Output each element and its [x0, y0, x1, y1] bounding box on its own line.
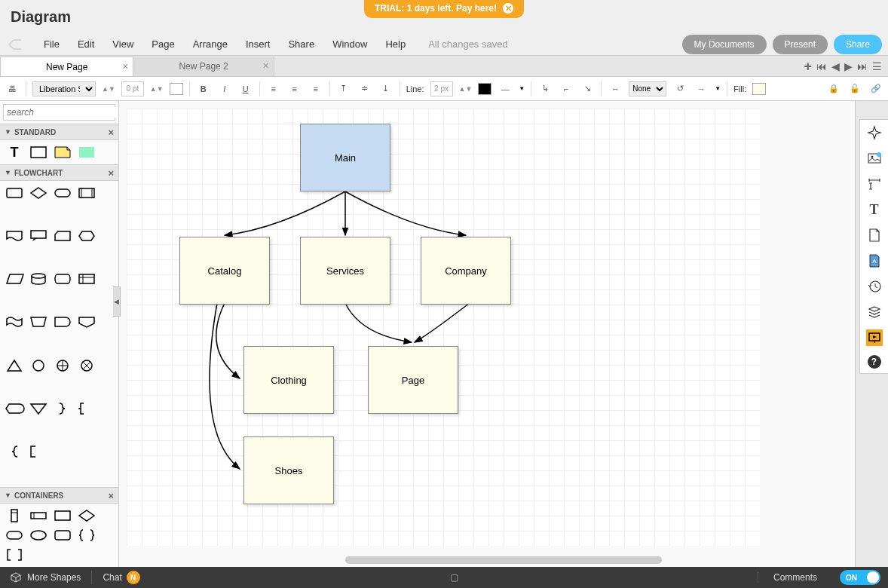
text-tool-icon[interactable]: T: [866, 201, 883, 218]
shape-search[interactable]: × 🔍: [3, 104, 115, 121]
menu-view[interactable]: View: [103, 35, 142, 53]
shape-database[interactable]: [29, 271, 48, 286]
navigator-icon[interactable]: [866, 124, 883, 141]
panel-close-icon[interactable]: ×: [108, 167, 114, 179]
shape-note[interactable]: [53, 145, 72, 160]
shape-brace-right[interactable]: [53, 401, 72, 416]
trial-close-icon[interactable]: ✕: [503, 3, 513, 14]
menu-share[interactable]: Share: [279, 35, 323, 53]
line-color-swatch[interactable]: [478, 83, 491, 95]
lock-icon[interactable]: 🔒: [826, 81, 841, 96]
shape-decision[interactable]: [29, 185, 48, 201]
align-center-icon[interactable]: ≡: [287, 81, 302, 96]
shape-callout[interactable]: [29, 228, 48, 243]
menu-help[interactable]: Help: [376, 35, 415, 53]
font-stepper-icon[interactable]: ▲▼: [102, 85, 115, 93]
shape-annotation[interactable]: [77, 401, 96, 416]
page-icon[interactable]: [866, 227, 883, 243]
shape-card[interactable]: [53, 228, 72, 243]
valign-middle-icon[interactable]: ≑: [357, 81, 372, 96]
node-main[interactable]: Main: [300, 124, 390, 191]
bold-icon[interactable]: B: [196, 81, 211, 96]
history-icon[interactable]: [866, 278, 883, 295]
arrow-dropdown-icon[interactable]: ▼: [715, 85, 721, 92]
sidebar-collapse-handle[interactable]: ◀: [113, 286, 121, 317]
connector-straight-icon[interactable]: ↘: [580, 81, 595, 96]
tab-close-icon[interactable]: ×: [263, 60, 269, 72]
panel-close-icon[interactable]: ×: [108, 490, 114, 501]
shape-rounded[interactable]: [53, 528, 72, 543]
canvas[interactable]: Main Catalog Services Company Clothing P…: [119, 101, 855, 567]
arrow-style-select[interactable]: None: [629, 81, 666, 96]
text-color-swatch[interactable]: [170, 83, 183, 95]
tab-last-icon[interactable]: ⏭: [857, 60, 868, 72]
panel-standard-header[interactable]: ▼ STANDARD ×: [0, 124, 118, 140]
align-left-icon[interactable]: ≡: [266, 81, 281, 96]
tab-page-1[interactable]: New Page ×: [0, 57, 133, 76]
tab-close-icon[interactable]: ×: [122, 60, 128, 72]
menu-page[interactable]: Page: [142, 35, 183, 53]
link-icon[interactable]: 🔗: [868, 81, 883, 96]
presentation-icon[interactable]: [866, 329, 883, 346]
font-size-stepper-icon[interactable]: ▲▼: [150, 85, 164, 93]
shape-document[interactable]: [5, 228, 24, 243]
shape-display[interactable]: [5, 401, 24, 416]
arrow-end-icon[interactable]: →: [694, 81, 709, 96]
valign-top-icon[interactable]: ⤒: [336, 81, 351, 96]
my-documents-button[interactable]: My Documents: [682, 35, 767, 54]
node-page[interactable]: Page: [368, 346, 458, 414]
font-size-input[interactable]: [121, 81, 144, 96]
menu-edit[interactable]: Edit: [69, 35, 103, 53]
shape-swimlane-h[interactable]: [29, 508, 48, 523]
menu-insert[interactable]: Insert: [237, 35, 280, 53]
line-style-icon[interactable]: —: [498, 81, 513, 96]
tab-page-2[interactable]: New Page 2 ×: [133, 57, 274, 76]
layers-icon[interactable]: [866, 304, 883, 320]
fill-color-swatch[interactable]: [752, 83, 766, 95]
master-page-icon[interactable]: A: [866, 253, 883, 269]
shape-fill-rect[interactable]: [77, 145, 96, 160]
underline-icon[interactable]: U: [238, 81, 253, 96]
trial-banner[interactable]: TRIAL: 1 days left. Pay here! ✕: [364, 0, 524, 18]
chat-section[interactable]: Chat N: [91, 571, 150, 584]
menu-window[interactable]: Window: [323, 35, 376, 53]
shape-rect[interactable]: [29, 145, 48, 160]
shape-text[interactable]: T: [5, 145, 24, 160]
shape-merge[interactable]: [29, 401, 48, 416]
shape-brackets[interactable]: [5, 547, 24, 562]
node-shoes[interactable]: Shoes: [243, 436, 334, 504]
font-family-select[interactable]: Liberation S...: [32, 81, 96, 96]
shape-delay[interactable]: [53, 314, 72, 329]
line-style-dropdown-icon[interactable]: ▼: [519, 85, 525, 92]
panel-close-icon[interactable]: ×: [108, 127, 114, 138]
menu-arrange[interactable]: Arrange: [184, 35, 237, 53]
tab-menu-icon[interactable]: ☰: [872, 60, 882, 72]
help-icon[interactable]: ?: [868, 355, 881, 369]
add-tab-icon[interactable]: +: [804, 59, 812, 75]
share-button[interactable]: Share: [834, 35, 882, 54]
panel-containers-header[interactable]: ▼ CONTAINERS ×: [0, 487, 118, 504]
shape-brace-left[interactable]: [5, 444, 24, 459]
present-button[interactable]: Present: [773, 35, 828, 54]
shape-hexagon[interactable]: [77, 228, 96, 243]
tab-next-icon[interactable]: ▶: [844, 60, 853, 72]
shape-container-rect[interactable]: [53, 508, 72, 523]
comments-toggle[interactable]: ON: [840, 570, 880, 585]
node-clothing[interactable]: Clothing: [243, 346, 334, 414]
print-icon[interactable]: 🖶: [5, 81, 20, 96]
node-company[interactable]: Company: [421, 237, 511, 305]
valign-bottom-icon[interactable]: ⤓: [378, 81, 393, 96]
shape-tape[interactable]: [5, 314, 24, 329]
shape-braces[interactable]: [77, 528, 96, 543]
shape-terminator[interactable]: [53, 185, 72, 201]
rotate-left-icon[interactable]: ↺: [672, 81, 687, 96]
line-width-input[interactable]: [430, 81, 453, 96]
shape-diamond[interactable]: [77, 508, 96, 523]
line-stepper-icon[interactable]: ▲▼: [459, 85, 473, 93]
italic-icon[interactable]: I: [217, 81, 232, 96]
shape-sum[interactable]: [53, 358, 72, 373]
shape-process[interactable]: [5, 185, 24, 201]
image-icon[interactable]: [866, 150, 883, 167]
shape-pill[interactable]: [5, 528, 24, 543]
tab-prev-icon[interactable]: ◀: [831, 60, 840, 72]
